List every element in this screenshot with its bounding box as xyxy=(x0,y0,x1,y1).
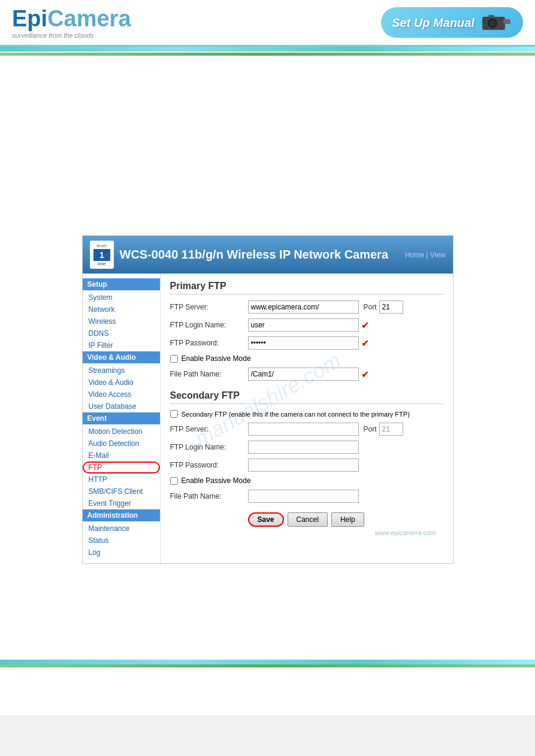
logo-cam: Camera xyxy=(47,6,131,32)
sidebar-item-log[interactable]: Log xyxy=(83,546,160,558)
secondary-passive-checkbox[interactable] xyxy=(170,477,178,485)
password-input[interactable] xyxy=(248,336,359,350)
levelone-logo: level 1 one xyxy=(90,241,114,269)
level-text: level xyxy=(93,243,110,249)
sidebar-item-email[interactable]: E-Mail xyxy=(83,450,160,462)
filepath-label: File Path Name: xyxy=(170,370,248,378)
login-row: FTP Login Name: ✔ xyxy=(170,318,443,332)
secondary-password-label: FTP Password: xyxy=(170,461,248,469)
page-header: Epi Camera surveillance from the clouds … xyxy=(0,0,535,47)
passive-mode-label: Enable Passive Mode xyxy=(182,354,251,363)
ftp-server-label: FTP Server: xyxy=(170,303,248,311)
panel-header: level 1 one WCS-0040 11b/g/n Wireless IP… xyxy=(83,236,453,274)
secondary-password-row: FTP Password: xyxy=(170,459,443,472)
footer-watermark: www.epicamera.com xyxy=(170,527,443,539)
footer-gradient-bar xyxy=(0,660,535,664)
save-button[interactable]: Save xyxy=(248,512,284,527)
sidebar: Setup System Network Wireless DDNS IP Fi… xyxy=(83,274,161,563)
filepath-row: File Path Name: ✔ xyxy=(170,368,443,381)
secondary-login-row: FTP Login Name: xyxy=(170,441,443,454)
svg-point-2 xyxy=(489,20,495,26)
sidebar-section-setup: Setup xyxy=(83,278,160,290)
secondary-ftp-section: Secondary FTP Secondary FTP (enable this… xyxy=(170,390,443,503)
sidebar-item-motiondetection[interactable]: Motion Detection xyxy=(83,426,160,438)
password-row: FTP Password: ✔ xyxy=(170,336,443,350)
help-button[interactable]: Help xyxy=(331,512,364,527)
filepath-input[interactable] xyxy=(248,368,359,381)
logo: Epi Camera xyxy=(12,6,131,32)
secondary-server-input[interactable] xyxy=(248,423,359,436)
port-label-primary: Port xyxy=(364,303,377,311)
nav-view[interactable]: View xyxy=(430,251,446,259)
password-checkmark: ✔ xyxy=(361,338,369,349)
panel-body: Setup System Network Wireless DDNS IP Fi… xyxy=(83,274,453,563)
button-row: Save Cancel Help xyxy=(170,512,443,527)
nav-home[interactable]: Home xyxy=(405,251,424,259)
white-space-top xyxy=(0,56,535,223)
password-label: FTP Password: xyxy=(170,339,248,347)
secondary-server-label: FTP Server: xyxy=(170,425,248,433)
camera-panel: manualshire.com level 1 one WCS-0040 11b… xyxy=(82,235,454,564)
main-content: manualshire.com level 1 one WCS-0040 11b… xyxy=(0,223,535,576)
sidebar-item-maintenance[interactable]: Maintenance xyxy=(83,523,160,535)
sidebar-section-admin: Administration xyxy=(83,509,160,521)
secondary-login-label: FTP Login Name: xyxy=(170,443,248,451)
passive-mode-row: Enable Passive Mode xyxy=(170,354,443,363)
camera-icon xyxy=(479,12,512,33)
sidebar-item-videoaccess[interactable]: Video Access xyxy=(83,388,160,400)
svg-rect-4 xyxy=(488,15,494,17)
secondary-ftp-label: Secondary FTP (enable this if the camera… xyxy=(182,411,410,418)
secondary-port-label: Port xyxy=(364,425,377,433)
setup-manual-badge: Set Up Manual xyxy=(381,7,523,38)
setup-manual-text: Set Up Manual xyxy=(392,16,474,30)
secondary-login-input[interactable] xyxy=(248,441,359,454)
sidebar-item-ftp[interactable]: FTP xyxy=(83,462,160,473)
secondary-ftp-checkbox[interactable] xyxy=(170,410,178,418)
secondary-filepath-row: File Path Name: xyxy=(170,490,443,503)
panel-nav: Home | View xyxy=(405,251,446,259)
bottom-white-space xyxy=(0,576,535,660)
secondary-passive-row: Enable Passive Mode xyxy=(170,476,443,485)
sidebar-item-network[interactable]: Network xyxy=(83,303,160,315)
secondary-password-input[interactable] xyxy=(248,459,359,472)
svg-rect-3 xyxy=(503,19,510,24)
port-input-primary[interactable] xyxy=(379,300,403,314)
ftp-server-row: FTP Server: Port xyxy=(170,300,443,314)
passive-mode-checkbox[interactable] xyxy=(170,355,178,363)
sidebar-item-status[interactable]: Status xyxy=(83,535,160,546)
svg-text:1: 1 xyxy=(99,250,104,260)
panel-header-left: level 1 one WCS-0040 11b/g/n Wireless IP… xyxy=(90,241,389,269)
content-area: Primary FTP FTP Server: Port FTP Login N… xyxy=(161,274,453,563)
secondary-filepath-label: File Path Name: xyxy=(170,492,248,500)
one-box: 1 xyxy=(93,249,110,261)
secondary-filepath-input[interactable] xyxy=(248,490,359,503)
cancel-button[interactable]: Cancel xyxy=(288,512,328,527)
sidebar-item-userdatabase[interactable]: User Database xyxy=(83,400,160,412)
sidebar-item-smb[interactable]: SMB/CIFS Client xyxy=(83,485,160,497)
sidebar-section-event: Event xyxy=(83,412,160,424)
setup-manual-label: Set Up Manual xyxy=(392,16,474,30)
login-input[interactable] xyxy=(248,318,359,332)
secondary-port-input[interactable] xyxy=(379,423,403,436)
header-gradient-bar xyxy=(0,47,535,51)
sidebar-item-ddns[interactable]: DDNS xyxy=(83,327,160,339)
login-label: FTP Login Name: xyxy=(170,321,248,329)
one-text: one xyxy=(93,261,110,267)
secondary-server-row: FTP Server: Port xyxy=(170,423,443,436)
logo-tagline: surveillance from the clouds xyxy=(12,32,93,39)
bottom-extra-space xyxy=(0,667,535,715)
sidebar-item-eventtrigger[interactable]: Event Trigger xyxy=(83,497,160,509)
filepath-checkmark: ✔ xyxy=(361,369,369,380)
sidebar-item-streamings[interactable]: Streamings xyxy=(83,365,160,377)
sidebar-item-ipfilter[interactable]: IP Filter xyxy=(83,339,160,351)
login-checkmark: ✔ xyxy=(361,320,369,331)
sidebar-item-system[interactable]: System xyxy=(83,292,160,303)
sidebar-item-videoaudio[interactable]: Video & Audio xyxy=(83,377,160,388)
secondary-passive-label: Enable Passive Mode xyxy=(182,476,251,485)
secondary-ftp-title: Secondary FTP xyxy=(170,390,443,404)
primary-ftp-title: Primary FTP xyxy=(170,281,443,294)
sidebar-item-audiodetection[interactable]: Audio Detection xyxy=(83,438,160,450)
sidebar-item-wireless[interactable]: Wireless xyxy=(83,315,160,327)
ftp-server-input[interactable] xyxy=(248,300,359,314)
sidebar-item-http[interactable]: HTTP xyxy=(83,473,160,485)
